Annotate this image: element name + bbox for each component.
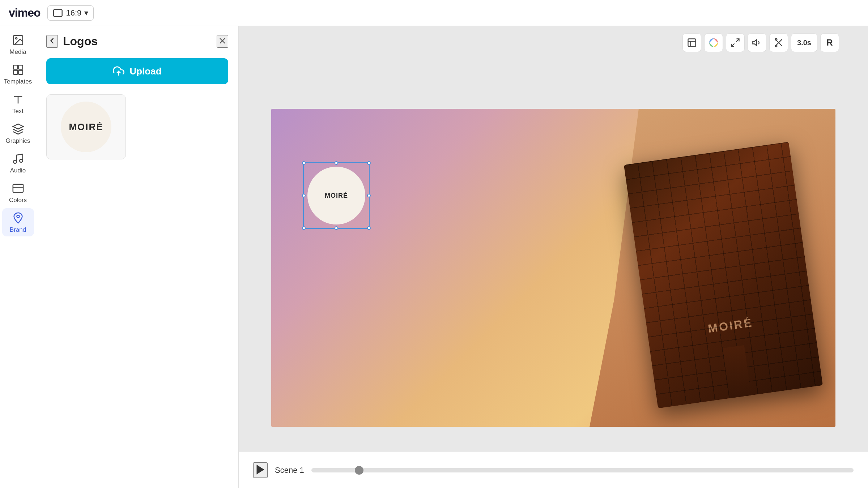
selection-box[interactable] [303,162,370,229]
sidebar-item-media-label: Media [9,48,26,56]
selection-handle-rm[interactable] [367,194,371,197]
cut-button[interactable] [769,33,788,52]
color-wheel-icon [709,38,719,48]
panel-close-button[interactable] [217,35,228,48]
timeline-track[interactable] [311,468,854,472]
r-label: R [826,38,833,48]
svg-marker-28 [257,465,264,475]
graphics-icon [12,123,24,135]
sidebar-item-colors[interactable]: Colors [2,179,34,207]
sidebar-item-graphics[interactable]: Graphics [2,119,34,147]
audio-icon [12,153,24,165]
sidebar-item-audio[interactable]: Audio [2,149,34,177]
svg-point-10 [20,159,23,162]
logo-card-text: MOIRÉ [69,121,103,133]
svg-point-13 [17,215,19,218]
svg-point-9 [13,160,17,163]
timeline: Scene 1 [239,452,868,488]
play-button[interactable] [253,462,268,478]
sidebar-item-media[interactable]: Media [2,30,34,59]
grid-icon [12,64,24,76]
sidebar-item-audio-label: Audio [10,167,26,174]
brand-icon [12,212,24,224]
topbar: vimeo 16:9 ▾ [0,0,868,26]
speaker-icon [752,38,762,48]
selection-handle-bl[interactable] [302,226,306,230]
layout-button[interactable] [682,33,701,52]
panel-title: Logos [63,35,98,48]
upload-label: Upload [129,66,161,77]
time-display: 3.0s [791,33,817,52]
panel-header: Logos [46,35,228,48]
image-icon [12,34,24,46]
chocolate-grid [624,142,823,408]
aspect-ratio-label: 16:9 [66,8,81,18]
color-wheel-button[interactable] [704,33,723,52]
logos-panel: Logos Upload MOIRÉ [36,26,239,488]
svg-marker-23 [753,40,757,46]
svg-rect-11 [13,184,23,193]
selection-handle-tr[interactable] [367,161,371,165]
time-label: 3.0s [797,39,811,47]
canvas-toolbar: 3.0s R [682,33,839,52]
sidebar-item-text-label: Text [12,108,24,115]
svg-point-2 [15,38,17,39]
fullscreen-icon [730,38,740,48]
svg-rect-4 [18,65,22,69]
timeline-thumb[interactable] [355,466,363,475]
selection-handle-tl[interactable] [302,161,306,165]
video-canvas: MOIRÉ [271,109,835,427]
cut-icon [774,38,784,48]
upload-icon [113,65,124,77]
sidebar-item-templates-label: Templates [4,78,32,85]
logo-circle: MOIRÉ [61,102,111,152]
sidebar-item-brand-label: Brand [10,226,26,234]
canvas-area: 3.0s R MOIRÉ [239,26,868,488]
fullscreen-button[interactable] [726,33,745,52]
svg-rect-0 [54,9,62,16]
panel-header-left: Logos [46,35,98,48]
r-button[interactable]: R [820,33,839,52]
app-logo: vimeo [9,6,40,20]
layout-icon [687,38,697,48]
selection-handle-lm[interactable] [302,194,306,197]
selection-handle-bm[interactable] [335,226,338,230]
upload-button[interactable]: Upload [46,58,228,84]
sidebar-item-brand[interactable]: Brand [2,208,34,236]
panel-back-button[interactable] [46,35,58,48]
svg-line-22 [732,43,735,46]
sidebar-item-graphics-label: Graphics [5,137,30,145]
logo-card[interactable]: MOIRÉ [46,94,126,159]
svg-rect-5 [13,70,17,74]
selection-handle-tm[interactable] [335,161,338,165]
selection-handle-br[interactable] [367,226,371,230]
chocolate-bar [624,142,823,408]
aspect-ratio-button[interactable]: 16:9 ▾ [47,5,94,21]
left-sidebar: Media Templates Text Graphics Au [0,26,36,488]
svg-rect-17 [688,39,696,47]
svg-rect-6 [18,70,22,74]
sidebar-item-text[interactable]: Text [2,90,34,118]
svg-point-25 [775,38,777,40]
svg-line-21 [736,39,739,42]
sidebar-item-templates[interactable]: Templates [2,60,34,88]
text-icon [12,93,24,106]
sidebar-item-colors-label: Colors [9,197,27,204]
audio-toggle-button[interactable] [748,33,766,52]
colors-icon [12,182,24,194]
chevron-down-icon: ▾ [84,8,88,18]
svg-point-24 [775,45,777,47]
play-icon [254,463,267,476]
scene-label: Scene 1 [275,466,304,475]
svg-rect-3 [13,65,17,69]
